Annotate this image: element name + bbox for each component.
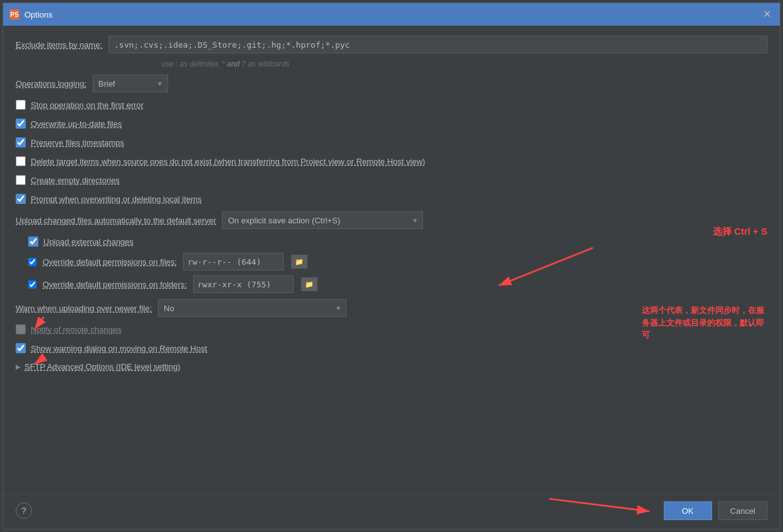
notify-remote-row: Notify of remote changes	[16, 323, 767, 336]
sftp-expand-icon: ▶	[16, 363, 21, 370]
exclude-hint-row: use ; as delimiter, * and ? as wildcards	[16, 60, 767, 68]
folders-perm-display: rwxr-xr-x (755)	[193, 275, 294, 293]
show-warning-label[interactable]: Show warning dialog on moving on Remote …	[31, 344, 207, 353]
options-dialog: PS Options ✕ Exclude items by name: use …	[3, 3, 780, 529]
upload-auto-select[interactable]: Never Always On explicit save action (Ct…	[222, 211, 423, 229]
upload-auto-select-wrapper: Never Always On explicit save action (Ct…	[222, 211, 423, 229]
content-area: Exclude items by name: use ; as delimite…	[3, 26, 780, 494]
show-warning-row: Show warning dialog on moving on Remote …	[16, 342, 767, 354]
delete-target-label[interactable]: Delete target items when source ones do …	[31, 157, 425, 166]
warn-newer-select[interactable]: No Yes	[158, 299, 346, 317]
ok-button[interactable]: OK	[664, 501, 712, 520]
stop-on-error-label[interactable]: Stop operation on the first error	[31, 100, 144, 110]
create-dirs-row: Create empty directories	[16, 174, 767, 186]
upload-auto-label: Upload changed files automatically to th…	[16, 216, 216, 225]
create-dirs-label[interactable]: Create empty directories	[31, 176, 120, 185]
stop-on-error-row: Stop operation on the first error	[16, 98, 767, 111]
overwrite-uptodate-label[interactable]: Overwrite up-to-date files	[31, 119, 122, 129]
delete-target-checkbox[interactable]	[16, 156, 26, 166]
files-perm-browse-button[interactable]: 📁	[291, 255, 307, 269]
prompt-overwriting-label[interactable]: Prompt when overwriting or deleting loca…	[31, 194, 201, 204]
upload-auto-row: Upload changed files automatically to th…	[16, 211, 767, 229]
sftp-advanced-label[interactable]: SFTP Advanced Options (IDE level setting…	[24, 362, 180, 371]
preserve-timestamps-label[interactable]: Preserve files timestamps	[31, 138, 124, 147]
upload-external-checkbox[interactable]	[28, 237, 38, 247]
title-bar: PS Options ✕	[3, 3, 780, 26]
override-folders-row: Override default permissions on folders:…	[28, 275, 767, 293]
warn-newer-row: Warn when uploading over newer file: No …	[16, 299, 767, 317]
footer-buttons: OK Cancel	[664, 501, 767, 520]
preserve-timestamps-checkbox[interactable]	[16, 137, 26, 147]
overwrite-uptodate-checkbox[interactable]	[16, 119, 26, 129]
delete-target-row: Delete target items when source ones do …	[16, 155, 767, 168]
upload-external-label[interactable]: Upload external changes	[43, 237, 134, 247]
notify-remote-label[interactable]: Notify of remote changes	[31, 325, 122, 334]
prompt-overwriting-checkbox[interactable]	[16, 194, 26, 204]
exclude-items-input[interactable]	[109, 36, 767, 53]
warn-newer-select-wrapper: No Yes ▼	[158, 299, 346, 317]
title-bar-left: PS Options	[9, 9, 53, 19]
exclude-items-label: Exclude items by name:	[16, 40, 102, 50]
operations-logging-select[interactable]: Brief Verbose None	[93, 75, 168, 92]
folders-perm-browse-button[interactable]: 📁	[301, 277, 317, 291]
operations-logging-row: Operations logging: Brief Verbose None ▼	[16, 75, 767, 92]
help-button[interactable]: ?	[16, 503, 32, 519]
override-folders-checkbox[interactable]	[28, 280, 36, 289]
warn-newer-label: Warn when uploading over newer file:	[16, 304, 152, 313]
override-files-label[interactable]: Override default permissions on files:	[43, 257, 177, 267]
exclude-items-row: Exclude items by name:	[16, 36, 767, 53]
cancel-button[interactable]: Cancel	[718, 501, 767, 520]
app-icon: PS	[9, 9, 19, 19]
prompt-overwriting-row: Prompt when overwriting or deleting loca…	[16, 193, 767, 205]
close-button[interactable]: ✕	[760, 8, 774, 21]
override-files-checkbox[interactable]	[28, 258, 36, 266]
preserve-timestamps-row: Preserve files timestamps	[16, 136, 767, 149]
operations-logging-select-wrapper: Brief Verbose None ▼	[93, 75, 168, 92]
operations-logging-label: Operations logging:	[16, 79, 87, 88]
files-perm-display: rw-r--r-- (644)	[183, 253, 284, 270]
override-folders-label[interactable]: Override default permissions on folders:	[43, 280, 187, 289]
notify-remote-checkbox[interactable]	[16, 324, 26, 334]
stop-on-error-checkbox[interactable]	[16, 100, 26, 110]
dialog-title: Options	[24, 10, 53, 19]
indented-section: Upload external changes Override default…	[16, 235, 767, 293]
files-perm-value: rw-r--r-- (644)	[188, 257, 261, 267]
sftp-advanced-row: ▶ SFTP Advanced Options (IDE level setti…	[16, 361, 767, 373]
exclude-hint: use ; as delimiter, * and ? as wildcards	[160, 60, 289, 68]
create-dirs-checkbox[interactable]	[16, 175, 26, 185]
upload-external-row: Upload external changes	[28, 235, 767, 248]
show-warning-checkbox[interactable]	[16, 343, 26, 353]
overwrite-uptodate-row: Overwrite up-to-date files	[16, 117, 767, 130]
dialog-footer: ? OK Cancel	[3, 494, 780, 529]
override-files-row: Override default permissions on files: r…	[28, 253, 767, 270]
folders-perm-value: rwxr-xr-x (755)	[198, 280, 271, 289]
